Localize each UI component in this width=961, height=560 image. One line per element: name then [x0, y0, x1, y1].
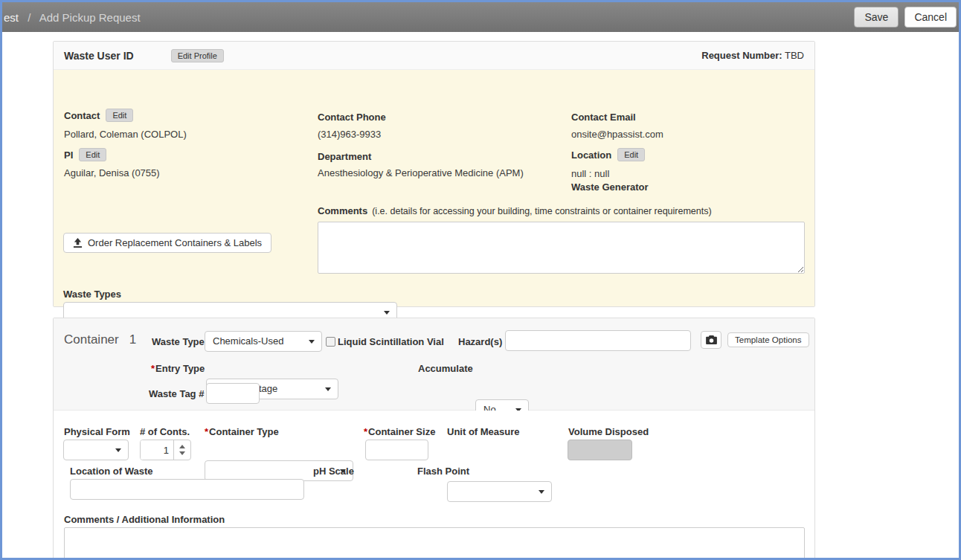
num-conts-label: # of Conts.	[140, 426, 190, 437]
container-size-required: *	[364, 426, 367, 437]
chevron-down-icon	[325, 387, 331, 391]
panel-title: Waste User ID	[64, 50, 134, 62]
lsv-label: Liquid Scintillation Vial	[338, 336, 444, 347]
breadcrumb: est / Add Pickup Request	[4, 11, 141, 24]
container-comments-label: Comments / Additional Information	[64, 514, 225, 525]
order-replacement-button[interactable]: Order Replacement Containers & Labels	[63, 233, 271, 253]
comments-hint: (i.e. details for accessing your buildin…	[372, 206, 711, 216]
pi-value: Aguilar, Denisa (0755)	[64, 167, 160, 178]
contact-phone-label: Contact Phone	[318, 112, 386, 123]
container-title: Container	[64, 332, 119, 347]
breadcrumb-current: Add Pickup Request	[39, 11, 141, 24]
location-edit-button[interactable]: Edit	[617, 148, 645, 161]
unit-of-measure-label: Unit of Measure	[447, 426, 520, 437]
waste-tag-label: Waste Tag #	[149, 388, 204, 399]
chevron-down-icon	[539, 490, 544, 494]
chevron-down-icon	[384, 311, 390, 315]
contact-phone-value: (314)963-9933	[318, 129, 381, 140]
container-body: Physical Form # of Conts. *Container Typ…	[54, 411, 814, 560]
entry-type-label: Entry Type	[155, 363, 205, 374]
contact-value: Pollard, Coleman (COLPOL)	[64, 129, 187, 140]
order-replacement-label: Order Replacement Containers & Labels	[88, 237, 262, 248]
container-size-input[interactable]	[365, 440, 428, 460]
physical-form-label: Physical Form	[64, 426, 130, 437]
container-type-required: *	[205, 426, 208, 437]
chevron-down-icon	[309, 340, 315, 344]
request-number: Request Number: TBD	[701, 50, 804, 61]
container-type-label: Container Type	[209, 426, 279, 437]
edit-profile-button[interactable]: Edit Profile	[171, 49, 224, 62]
contact-edit-button[interactable]: Edit	[106, 109, 133, 122]
waste-generator-label: Waste Generator	[571, 181, 649, 193]
breadcrumb-separator: /	[28, 11, 30, 24]
entry-type-required: *	[151, 363, 155, 374]
waste-type-label: Waste Type	[152, 336, 205, 347]
waste-user-panel: Waste User ID Edit Profile Request Numbe…	[53, 41, 815, 307]
location-label: Location	[571, 149, 611, 161]
department-value: Anesthesiology & Perioperative Medicine …	[318, 167, 524, 178]
location-of-waste-input[interactable]	[70, 479, 304, 500]
num-conts-stepper[interactable]	[140, 440, 191, 460]
camera-button[interactable]	[701, 331, 721, 349]
request-number-label: Request Number:	[701, 50, 782, 61]
unit-of-measure-select[interactable]	[447, 481, 552, 502]
location-value: null : null	[571, 168, 609, 179]
top-toolbar: est / Add Pickup Request Save Cancel	[2, 2, 959, 32]
hazards-label: Hazard(s)	[458, 336, 502, 347]
stepper-arrows[interactable]	[173, 440, 190, 460]
hazards-input[interactable]	[505, 330, 691, 351]
upload-icon	[73, 238, 83, 248]
waste-user-panel-body: Contact Edit Pollard, Coleman (COLPOL) P…	[54, 70, 814, 306]
cancel-button[interactable]: Cancel	[904, 7, 957, 28]
volume-disposed-label: Volume Disposed	[568, 426, 649, 437]
num-conts-input[interactable]	[141, 440, 173, 460]
arrow-up-icon[interactable]	[179, 445, 185, 448]
ph-scale-label: pH Scale	[313, 466, 354, 477]
container-comments-textarea[interactable]	[64, 527, 805, 560]
waste-type-select-value: Chemicals-Used	[213, 335, 283, 347]
breadcrumb-previous[interactable]: est	[4, 11, 19, 24]
container-size-label: Container Size	[368, 426, 435, 437]
comments-textarea[interactable]	[318, 222, 805, 274]
container-section: Container 1 Waste Type Chemicals-Used Li…	[53, 318, 815, 560]
volume-disposed-input	[568, 440, 632, 460]
location-of-waste-label: Location of Waste	[70, 466, 152, 477]
contact-email-label: Contact Email	[571, 112, 636, 123]
arrow-down-icon[interactable]	[179, 451, 185, 455]
container-header: Container 1 Waste Type Chemicals-Used Li…	[54, 318, 814, 411]
physical-form-select[interactable]	[63, 440, 129, 460]
waste-tag-input[interactable]	[206, 383, 260, 404]
contact-email-value: onsite@hpassist.com	[571, 129, 663, 140]
waste-type-select[interactable]: Chemicals-Used	[205, 331, 322, 352]
comments-label: Comments	[318, 205, 367, 216]
department-label: Department	[318, 151, 371, 162]
template-options-button[interactable]: Template Options	[727, 332, 809, 347]
waste-user-panel-header: Waste User ID Edit Profile Request Numbe…	[54, 42, 814, 70]
pi-label: PI	[64, 149, 73, 161]
chevron-down-icon	[115, 448, 121, 452]
camera-icon	[706, 335, 717, 344]
pi-edit-button[interactable]: Edit	[79, 148, 106, 161]
contact-label: Contact	[64, 110, 100, 121]
lsv-checkbox[interactable]	[326, 337, 335, 347]
waste-types-label: Waste Types	[63, 289, 121, 300]
accumulate-label: Accumulate	[418, 363, 473, 374]
save-button[interactable]: Save	[854, 7, 899, 28]
flash-point-label: Flash Point	[417, 466, 469, 477]
container-number: 1	[129, 332, 136, 347]
request-number-value: TBD	[785, 50, 804, 61]
